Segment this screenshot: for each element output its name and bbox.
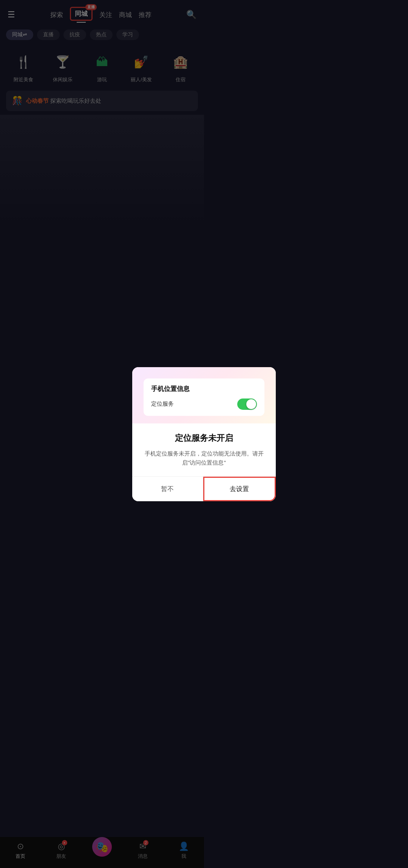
location-dialog: 手机位置信息 定位服务 定位服务未开启 手机定位服务未开启，定位功能无法使用。请… [132, 367, 204, 434]
location-service-row: 定位服务 [151, 398, 204, 410]
dialog-top-section: 手机位置信息 定位服务 [132, 367, 204, 423]
dialog-body: 定位服务未开启 手机定位服务未开启，定位功能无法使用。请开启"访问位置信息" [132, 423, 204, 434]
location-service-label: 定位服务 [151, 400, 174, 408]
modal-overlay: 手机位置信息 定位服务 定位服务未开启 手机定位服务未开启，定位功能无法使用。请… [0, 0, 204, 434]
settings-title: 手机位置信息 [151, 385, 204, 393]
phone-settings-card: 手机位置信息 定位服务 [144, 378, 204, 416]
dialog-title: 定位服务未开启 [144, 432, 204, 434]
